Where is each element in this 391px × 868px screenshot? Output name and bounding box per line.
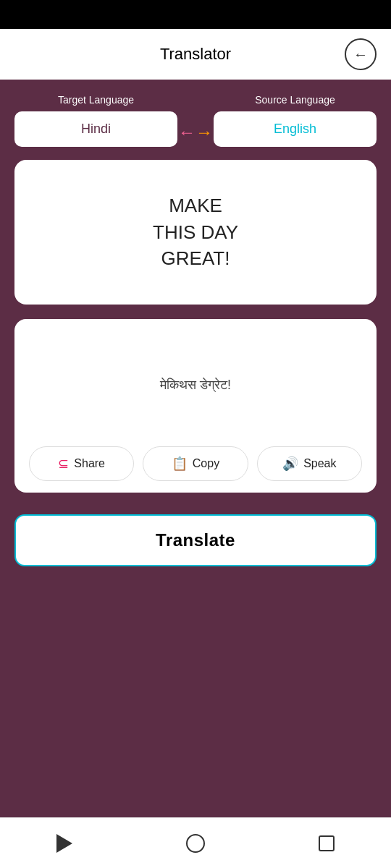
arrow-left-icon: ← <box>178 122 196 142</box>
language-selector-row: Target Language Hindi ← → Source Languag… <box>14 94 377 147</box>
source-language-label: Source Language <box>255 94 335 106</box>
copy-icon: 📋 <box>172 456 188 472</box>
main-content: Target Language Hindi ← → Source Languag… <box>0 80 391 868</box>
share-button[interactable]: ⊆ Share <box>29 446 134 481</box>
bottom-nav <box>0 817 391 868</box>
back-arrow-icon: ← <box>353 47 368 61</box>
output-text-area: मेकिथस डेग्रेट! <box>29 333 362 436</box>
target-language-button[interactable]: Hindi <box>14 111 177 147</box>
target-language-label: Target Language <box>58 94 134 106</box>
action-buttons: ⊆ Share 📋 Copy 🔊 Speak <box>29 446 362 481</box>
share-icon: ⊆ <box>58 456 69 472</box>
speak-button[interactable]: 🔊 Speak <box>257 446 362 481</box>
speak-label: Speak <box>303 457 336 470</box>
stop-icon[interactable] <box>319 835 335 851</box>
translate-button[interactable]: Translate <box>14 514 377 566</box>
source-language-button[interactable]: English <box>214 111 377 147</box>
swap-button[interactable]: ← → <box>177 122 214 147</box>
page-title: Translator <box>160 45 231 64</box>
share-label: Share <box>74 457 105 470</box>
status-bar <box>0 0 391 29</box>
home-icon[interactable] <box>186 834 205 853</box>
back-button[interactable]: ← <box>345 38 377 70</box>
source-language-group: Source Language English <box>214 94 377 147</box>
play-icon[interactable] <box>56 834 72 853</box>
arrow-right-icon: → <box>196 122 213 142</box>
speak-icon: 🔊 <box>282 456 298 472</box>
copy-button[interactable]: 📋 Copy <box>143 446 248 481</box>
target-language-group: Target Language Hindi <box>14 94 177 147</box>
input-text: MAKETHIS DAYGREAT! <box>153 192 238 271</box>
input-card[interactable]: MAKETHIS DAYGREAT! <box>14 160 377 305</box>
copy-label: Copy <box>193 457 219 470</box>
header: Translator ← <box>0 29 391 80</box>
output-card: मेकिथस डेग्रेट! ⊆ Share 📋 Copy 🔊 Speak <box>14 319 377 493</box>
translated-text: मेकिथस डेग्रेट! <box>160 378 231 393</box>
